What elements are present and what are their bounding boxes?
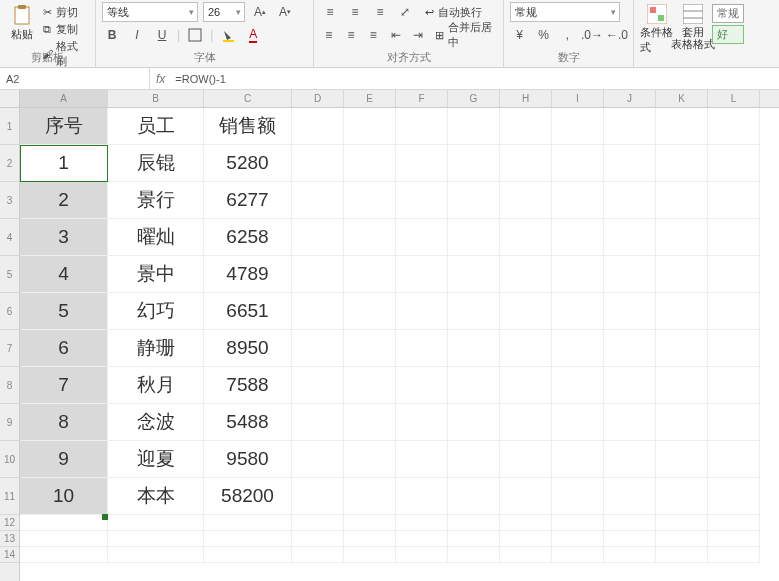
cell[interactable]: 6 xyxy=(20,330,108,367)
italic-button[interactable]: I xyxy=(127,25,147,45)
cell[interactable]: 秋月 xyxy=(108,367,204,404)
cell[interactable] xyxy=(552,515,604,531)
cell[interactable] xyxy=(344,404,396,441)
cell[interactable] xyxy=(604,547,656,563)
cell[interactable] xyxy=(604,404,656,441)
cell[interactable] xyxy=(344,219,396,256)
cell[interactable] xyxy=(448,293,500,330)
font-color-button[interactable]: A xyxy=(243,25,263,45)
row-header[interactable]: 6 xyxy=(0,293,19,330)
fill-color-button[interactable] xyxy=(218,25,238,45)
cell[interactable] xyxy=(708,219,760,256)
cell[interactable] xyxy=(292,145,344,182)
col-header-L[interactable]: L xyxy=(708,90,760,107)
cell[interactable] xyxy=(656,547,708,563)
row-header[interactable]: 2 xyxy=(0,145,19,182)
cell[interactable] xyxy=(708,256,760,293)
cell[interactable] xyxy=(396,256,448,293)
align-center-button[interactable]: ≡ xyxy=(342,25,359,45)
cell[interactable] xyxy=(708,182,760,219)
cell[interactable] xyxy=(20,515,108,531)
cell[interactable] xyxy=(292,108,344,145)
align-top-button[interactable]: ≡ xyxy=(320,2,340,22)
indent-inc-button[interactable]: ⇥ xyxy=(409,25,426,45)
cell[interactable] xyxy=(292,256,344,293)
indent-dec-button[interactable]: ⇤ xyxy=(387,25,404,45)
paste-button[interactable]: 粘贴 xyxy=(6,2,38,50)
cell[interactable] xyxy=(344,108,396,145)
row-header[interactable]: 1 xyxy=(0,108,19,145)
cell[interactable] xyxy=(500,330,552,367)
cell[interactable] xyxy=(292,531,344,547)
cell[interactable] xyxy=(500,547,552,563)
inc-decimal-button[interactable]: .0→ xyxy=(582,25,602,45)
cell[interactable] xyxy=(344,182,396,219)
cell[interactable]: 3 xyxy=(20,219,108,256)
cell[interactable] xyxy=(344,478,396,515)
cell[interactable] xyxy=(500,441,552,478)
font-name-combo[interactable]: 等线 xyxy=(102,2,198,22)
cell[interactable] xyxy=(396,367,448,404)
currency-button[interactable]: ¥ xyxy=(510,25,529,45)
col-header-D[interactable]: D xyxy=(292,90,344,107)
cell[interactable] xyxy=(604,478,656,515)
cell[interactable] xyxy=(500,478,552,515)
cell[interactable] xyxy=(448,108,500,145)
cell[interactable] xyxy=(292,404,344,441)
cell[interactable] xyxy=(448,182,500,219)
col-header-C[interactable]: C xyxy=(204,90,292,107)
cell[interactable]: 4 xyxy=(20,256,108,293)
cell[interactable]: 销售额 xyxy=(204,108,292,145)
cell[interactable] xyxy=(708,547,760,563)
cell[interactable] xyxy=(448,219,500,256)
cell[interactable]: 景中 xyxy=(108,256,204,293)
cell[interactable] xyxy=(344,515,396,531)
cell[interactable] xyxy=(604,145,656,182)
cell[interactable] xyxy=(604,219,656,256)
name-box[interactable]: A2 xyxy=(0,68,150,90)
cell[interactable] xyxy=(396,478,448,515)
cell[interactable]: 5 xyxy=(20,293,108,330)
cell[interactable]: 8950 xyxy=(204,330,292,367)
cell[interactable] xyxy=(656,330,708,367)
cell[interactable]: 6277 xyxy=(204,182,292,219)
cell[interactable] xyxy=(500,293,552,330)
cell[interactable] xyxy=(448,256,500,293)
col-header-E[interactable]: E xyxy=(344,90,396,107)
cell[interactable] xyxy=(396,219,448,256)
cell[interactable] xyxy=(708,367,760,404)
cell[interactable] xyxy=(108,515,204,531)
col-header-K[interactable]: K xyxy=(656,90,708,107)
cell[interactable]: 静珊 xyxy=(108,330,204,367)
cell[interactable] xyxy=(448,478,500,515)
cell[interactable] xyxy=(708,330,760,367)
cell[interactable] xyxy=(292,219,344,256)
cell[interactable]: 10 xyxy=(20,478,108,515)
cell[interactable] xyxy=(708,441,760,478)
cell[interactable] xyxy=(204,531,292,547)
cell[interactable] xyxy=(292,515,344,531)
cell[interactable] xyxy=(448,441,500,478)
align-middle-button[interactable]: ≡ xyxy=(345,2,365,22)
cell[interactable] xyxy=(500,256,552,293)
cell[interactable] xyxy=(20,547,108,563)
cell[interactable] xyxy=(656,478,708,515)
cells-area[interactable]: ▦ 序号员工销售额1辰锟52802景行62773曜灿62584景中47895幻巧… xyxy=(20,108,779,563)
cut-button[interactable]: ✂剪切 xyxy=(38,4,89,21)
align-left-button[interactable]: ≡ xyxy=(320,25,337,45)
cell[interactable]: 5280 xyxy=(204,145,292,182)
cell[interactable] xyxy=(552,256,604,293)
row-header[interactable]: 13 xyxy=(0,531,19,547)
cell[interactable] xyxy=(708,145,760,182)
cell[interactable] xyxy=(708,515,760,531)
cell[interactable] xyxy=(656,404,708,441)
cell[interactable] xyxy=(604,515,656,531)
cell[interactable]: 6651 xyxy=(204,293,292,330)
orientation-button[interactable]: ⤢ xyxy=(395,2,415,22)
cell[interactable] xyxy=(656,293,708,330)
cell[interactable] xyxy=(656,441,708,478)
cell[interactable] xyxy=(604,108,656,145)
cell[interactable] xyxy=(292,478,344,515)
cell[interactable] xyxy=(604,441,656,478)
cell[interactable] xyxy=(500,367,552,404)
